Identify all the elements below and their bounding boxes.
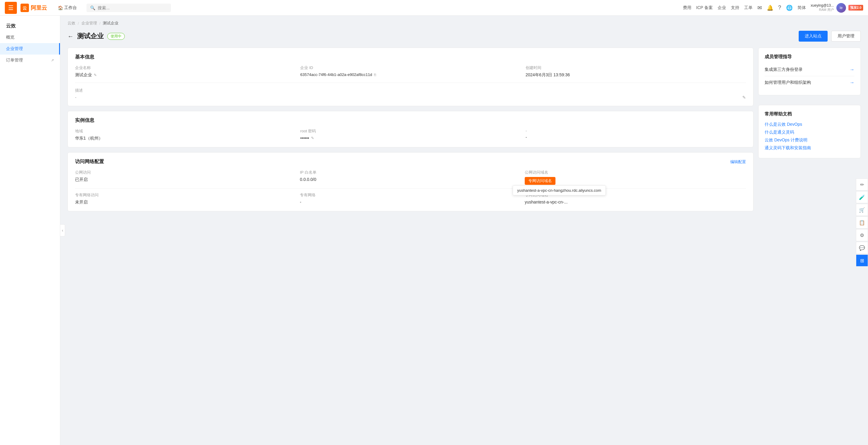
preview-badge: 预发2.0 (848, 5, 863, 10)
network-grid: 公网访问 已开启 IP 白名单 0.0.0.0/0 公网访问域名 yushant… (75, 170, 746, 185)
lang-switcher[interactable]: 简体 (798, 5, 806, 10)
created-time-label: 创建时间 (526, 65, 746, 70)
help-link-3[interactable]: 通义灵码下载和安装指南 (765, 144, 855, 152)
external-link-icon: ↗ (51, 58, 54, 62)
status-badge: 使用中 (107, 33, 125, 40)
domain-tooltip: yushantest-a-vpc-cn-hangzhou.rdc.aliyunc… (513, 185, 606, 196)
user-management-button[interactable]: 用户管理 (831, 31, 861, 41)
nav-support[interactable]: 支持 (731, 5, 739, 10)
private-domain-badge[interactable]: 专网访问域名 (525, 177, 555, 185)
private-access-value: 未开启 (75, 200, 296, 205)
guide-item-1-label: 如何管理用户和组织架构 (765, 80, 811, 85)
nav-enterprise[interactable]: 企业 (718, 5, 726, 10)
breadcrumb-sep-2: / (99, 21, 101, 26)
company-name-edit-icon[interactable]: ✎ (94, 73, 97, 77)
network-config-card: 访问网络配置 编辑配置 公网访问 已开启 IP 白名单 0.0.0.0/0 (67, 152, 753, 211)
desc-field: 描述 - ✎ (75, 88, 746, 100)
search-icon: 🔍 (90, 5, 95, 10)
instance-dash-field: - - (526, 128, 746, 141)
public-access-col: 公网访问 已开启 (75, 170, 296, 185)
created-time-value: 2024年6月3日 13:59:36 (526, 72, 746, 78)
public-access-value: 已开启 (75, 177, 296, 182)
menu-icon: ☰ (8, 4, 13, 11)
network-config-title: 访问网络配置 (75, 158, 104, 165)
private-domain-value: yushantest-a-vpc-cn-... (525, 200, 746, 204)
page-actions: 进入站点 用户管理 (799, 31, 861, 41)
help-link-0[interactable]: 什么是云效 DevOps (765, 121, 855, 128)
breadcrumb-yunxiao[interactable]: 云效 (67, 21, 75, 26)
logo[interactable]: 云 阿里云 (21, 4, 47, 12)
company-name-label: 企业名称 (75, 65, 296, 70)
floating-settings-btn[interactable]: ⚙ (856, 229, 868, 241)
public-access-label: 公网访问 (75, 170, 296, 175)
floating-chat-btn[interactable]: 💬 (856, 242, 868, 254)
avatar: Ie (836, 3, 846, 13)
back-button[interactable]: ← (67, 33, 73, 40)
ip-whitelist-label: IP 白名单 (300, 170, 521, 175)
guide-item-0-label: 集成第三方身份登录 (765, 67, 803, 72)
region-value: 华东1（杭州） (75, 136, 296, 141)
sidebar-item-orders[interactable]: 订单管理 ↗ (0, 55, 60, 66)
globe-icon[interactable]: 🌐 (786, 4, 793, 11)
search-input[interactable] (98, 5, 167, 10)
desc-edit-icon[interactable]: ✎ (742, 95, 746, 100)
nav-icp[interactable]: ICP 备案 (696, 5, 713, 10)
sidebar-item-enterprise[interactable]: 企业管理 (0, 43, 60, 55)
user-menu[interactable]: xueying@13... RAM 用户 Ie 预发2.0 (811, 3, 863, 13)
nav-workbench[interactable]: 🏠 工作台 (54, 0, 81, 16)
mail-icon[interactable]: ✉ (757, 4, 762, 11)
public-domain-label: 公网访问域名 (525, 170, 746, 175)
orders-label: 订单管理 (6, 58, 23, 63)
breadcrumb-enterprise-mgmt[interactable]: 企业管理 (82, 21, 97, 26)
public-domain-value: yushantest-a-vpc-cn-hangzhou.rdc.aliyunc… (525, 177, 746, 185)
root-pwd-edit-icon[interactable]: ✎ (311, 136, 314, 140)
username: xueying@13... (811, 3, 834, 7)
network-grid-2: 专有网络访问 未开启 专有网络 - 专网访问域名 yushantest-a-vp… (75, 192, 746, 205)
help-link-2[interactable]: 云效 DevOps 计费说明 (765, 136, 855, 144)
sidebar-item-overview[interactable]: 概览 (0, 32, 60, 43)
company-name-field: 企业名称 测试企业 ✎ (75, 65, 296, 78)
menu-button[interactable]: ☰ (5, 2, 17, 14)
basic-info-grid: 企业名称 测试企业 ✎ 企业 ID 63574acc-74f6-44b1-a02… (75, 65, 746, 78)
floating-grid-btn[interactable]: ⊞ (856, 255, 868, 267)
enter-site-button[interactable]: 进入站点 (799, 31, 828, 41)
sidebar-collapse-btn[interactable]: ‹ (60, 224, 65, 236)
company-id-field: 企业 ID 63574acc-74f6-44b1-a02a-e902af8cc1… (300, 65, 521, 78)
company-name-value: 测试企业 ✎ (75, 72, 296, 78)
guide-item-0[interactable]: 集成第三方身份登录 → (765, 63, 855, 76)
floating-clipboard-btn[interactable]: 📋 (856, 216, 868, 229)
help-link-1[interactable]: 什么是通义灵码 (765, 128, 855, 136)
ip-whitelist-value: 0.0.0.0/0 (300, 177, 521, 182)
bell-icon[interactable]: 🔔 (767, 4, 773, 11)
instance-info-card: 实例信息 地域 华东1（杭州） root 密码 •••••• ✎ (67, 111, 753, 147)
floating-cart-btn[interactable]: 🛒 (856, 204, 868, 216)
logo-text: 阿里云 (31, 4, 47, 11)
floating-lab-btn[interactable]: 🧪 (856, 191, 868, 203)
enterprise-label: 企业管理 (6, 46, 23, 52)
private-network-value: - (300, 200, 521, 204)
root-pwd-field: root 密码 •••••• ✎ (300, 128, 521, 141)
desc-label: 描述 (75, 88, 746, 93)
nav-cost[interactable]: 费用 (683, 5, 691, 10)
search-box: 🔍 (87, 4, 171, 12)
instance-info-title: 实例信息 (75, 117, 746, 124)
sidebar: 云效 概览 企业管理 订单管理 ↗ ‹ (0, 16, 60, 445)
company-id-copy-icon[interactable]: ⎘ (374, 73, 376, 77)
floating-edit-btn[interactable]: ✏ (856, 178, 868, 190)
guide-card: 成员管理指导 集成第三方身份登录 → 如何管理用户和组织架构 → (758, 48, 861, 95)
private-network-col: 专有网络 - (300, 192, 521, 205)
info-divider (75, 83, 746, 83)
layout: 云效 概览 企业管理 订单管理 ↗ ‹ 云效 / 企业管理 / 测试企业 ← 测… (0, 16, 868, 445)
ip-whitelist-col: IP 白名单 0.0.0.0/0 (300, 170, 521, 185)
content-area: 基本信息 企业名称 测试企业 ✎ 企业 ID 63574a (67, 48, 861, 211)
guide-item-1[interactable]: 如何管理用户和组织架构 → (765, 76, 855, 89)
network-card-header: 访问网络配置 编辑配置 (75, 158, 746, 165)
floating-toolbar: ✏ 🧪 🛒 📋 ⚙ 💬 ⊞ (856, 178, 868, 267)
edit-config-btn[interactable]: 编辑配置 (730, 159, 746, 165)
nav-ticket[interactable]: 工单 (744, 5, 752, 10)
region-field: 地域 华东1（杭州） (75, 128, 296, 141)
root-pwd-value: •••••• ✎ (300, 136, 521, 141)
basic-info-card: 基本信息 企业名称 测试企业 ✎ 企业 ID 63574a (67, 48, 753, 106)
private-access-label: 专有网络访问 (75, 192, 296, 198)
help-icon[interactable]: ? (778, 4, 781, 11)
